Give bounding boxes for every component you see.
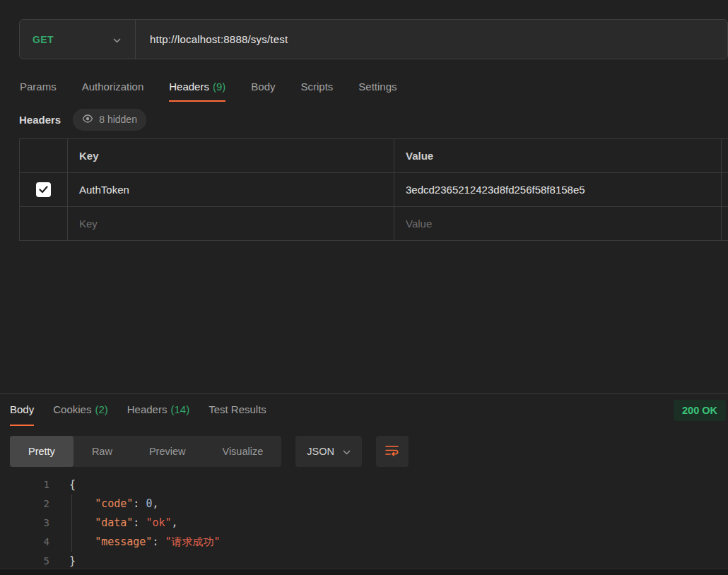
method-selector[interactable]: GET [20,20,135,59]
line-number: 2 [0,494,49,514]
code-token: { [69,478,76,491]
code-token: "请求成功" [165,535,220,548]
view-mode-visualize[interactable]: Visualize [204,436,281,467]
tab-label: Headers [127,403,168,415]
tab-params[interactable]: Params [20,72,57,102]
wrap-line-button[interactable] [376,436,409,467]
code-token: "ok" [146,516,171,529]
tab-label: Body [251,81,275,93]
tab-count: (9) [213,81,225,93]
tab-authorization[interactable]: Authorization [82,72,144,102]
wrap-line-icon [384,444,399,459]
value-placeholder-cell[interactable]: Value [394,207,722,241]
tab-body[interactable]: Body [251,72,275,102]
request-pane: GET http://localhost:8888/sys/test Param… [0,19,728,394]
code-line: 3 "data": "ok", [0,514,728,533]
row-checkbox[interactable] [36,182,51,197]
description-column-sliver [722,139,728,173]
code-content: "message": "请求成功" [49,533,221,552]
response-tab-cookies[interactable]: Cookies (2) [53,394,108,426]
bottom-bar [0,569,728,575]
headers-title: Headers [19,114,61,126]
code-token: : [152,535,165,548]
url-input[interactable]: http://localhost:8888/sys/test [136,33,727,45]
response-tab-body[interactable]: Body [10,394,34,426]
code-line: 5} [0,552,728,571]
header-key-cell[interactable]: AuthToken [68,173,394,207]
key-placeholder-cell[interactable]: Key [68,207,394,241]
format-label: JSON [307,446,334,457]
code-content: "data": "ok", [49,514,178,533]
view-mode-raw[interactable]: Raw [74,436,131,467]
hidden-headers-toggle[interactable]: 8 hidden [73,109,146,131]
code-token: , [152,497,158,510]
tab-headers[interactable]: Headers (9) [169,72,225,102]
code-line: 4 "message": "请求成功" [0,533,728,552]
method-label: GET [33,34,54,45]
code-token [69,535,95,548]
tab-count: (2) [95,403,107,415]
view-mode-preview[interactable]: Preview [131,436,204,467]
tab-settings[interactable]: Settings [358,72,397,102]
code-content: } [49,552,76,571]
tab-label: Params [20,81,57,93]
code-token: } [69,555,76,567]
code-content: "code": 0, [49,494,158,514]
request-bar: GET http://localhost:8888/sys/test [19,19,728,59]
code-token: : [133,497,146,510]
code-token: , [172,516,178,529]
line-number: 5 [0,552,49,571]
tab-label: Authorization [82,81,144,93]
tab-label: Settings [358,81,397,93]
tab-label: Test Results [209,403,266,415]
view-mode-switcher: Pretty Raw Preview Visualize [10,436,281,467]
eye-icon [82,113,93,126]
code-token [69,516,95,529]
table-header-row: Key Value [20,139,728,173]
headers-table: Key Value AuthToken 3edcd2365212423d8fd2… [19,138,728,241]
line-number: 1 [0,475,49,494]
code-line: 2 "code": 0, [0,494,728,514]
code-line: 1{ [0,475,728,494]
response-pane: Body Cookies (2) Headers (14) Test Resul… [0,394,728,571]
checkbox-cell-empty [20,207,68,241]
tab-label: Headers [169,81,209,93]
view-mode-pretty[interactable]: Pretty [10,436,74,467]
checkbox-cell [20,173,68,207]
response-toolbar: Pretty Raw Preview Visualize JSON [10,436,728,467]
tab-label: Cookies [53,403,91,415]
line-number: 3 [0,514,49,533]
response-tab-headers[interactable]: Headers (14) [127,394,189,426]
tab-count: (14) [170,403,189,415]
code-token: : [133,516,146,529]
request-tabs: Params Authorization Headers (9) Body Sc… [20,72,728,102]
headers-section-header: Headers 8 hidden [19,106,728,133]
line-number: 4 [0,533,49,552]
status-badge[interactable]: 200 OK [674,400,726,421]
code-token: "data" [95,516,133,529]
code-token: "code" [95,497,133,510]
key-column-header: Key [68,139,394,173]
response-tabs: Body Cookies (2) Headers (14) Test Resul… [10,394,728,426]
chevron-down-icon [343,446,351,457]
header-value-cell[interactable]: 3edcd2365212423d8fd256f58f8158e5 [394,173,722,207]
tab-scripts[interactable]: Scripts [301,72,334,102]
code-content: { [49,475,76,494]
code-token: "message" [95,535,152,548]
description-cell-sliver [722,173,728,207]
hidden-badge-label: 8 hidden [99,114,137,125]
tab-label: Body [10,403,34,415]
response-tab-test-results[interactable]: Test Results [209,394,266,426]
table-placeholder-row: Key Value [20,207,728,241]
value-column-header: Value [394,139,722,173]
chevron-down-icon [113,33,121,46]
table-row: AuthToken 3edcd2365212423d8fd256f58f8158… [20,173,728,207]
select-column-header [20,139,68,173]
response-code: 1{2 "code": 0,3 "data": "ok",4 "message"… [0,475,728,571]
tab-label: Scripts [301,81,334,93]
code-token [69,497,95,510]
format-selector[interactable]: JSON [295,436,362,467]
description-cell-sliver [722,207,728,241]
